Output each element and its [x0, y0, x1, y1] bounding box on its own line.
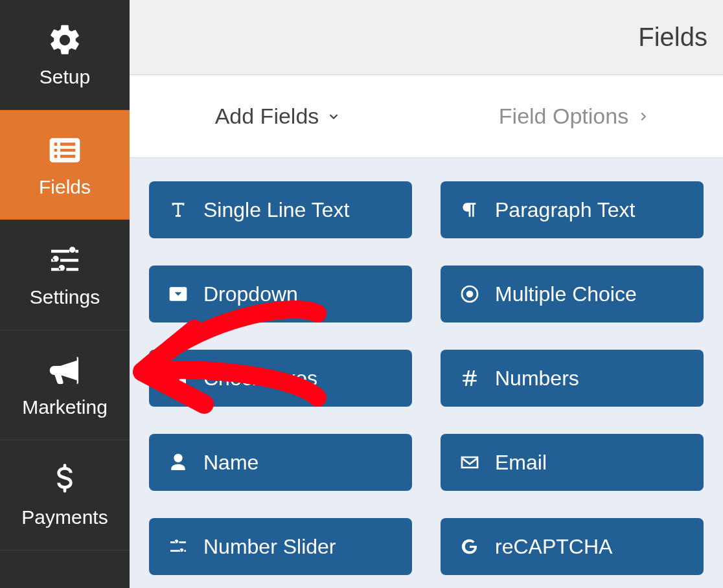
field-name[interactable]: Name: [149, 434, 412, 491]
field-button-grid: Single Line Text Paragraph Text Dropdown…: [130, 158, 723, 588]
field-label: Numbers: [495, 367, 579, 390]
field-label: Checkboxes: [203, 367, 317, 390]
g-icon: [459, 536, 481, 558]
sidebar-item-payments[interactable]: Payments: [0, 440, 130, 550]
field-numbers[interactable]: Numbers: [441, 350, 704, 407]
field-single-line-text[interactable]: Single Line Text: [149, 181, 412, 238]
sidebar-item-label: Payments: [21, 506, 108, 528]
field-email[interactable]: Email: [441, 434, 704, 491]
sidebar-item-settings[interactable]: Settings: [0, 220, 130, 330]
tab-add-fields[interactable]: Add Fields: [130, 75, 426, 157]
field-label: Number Slider: [203, 535, 336, 559]
text-icon: [167, 199, 189, 221]
gear-icon: [47, 22, 83, 58]
slider-icon: [167, 536, 189, 558]
tab-label: Add Fields: [215, 104, 319, 129]
field-list-scroll[interactable]: Single Line Text Paragraph Text Dropdown…: [130, 158, 723, 588]
panel-title-bar: Fields: [130, 0, 723, 75]
sidebar-item-marketing[interactable]: Marketing: [0, 330, 130, 440]
paragraph-icon: [459, 199, 481, 221]
field-label: Dropdown: [203, 282, 298, 306]
checkbox-icon: [167, 367, 189, 389]
user-icon: [167, 451, 189, 473]
sidebar-item-fields[interactable]: Fields: [0, 110, 130, 220]
sidebar-item-setup[interactable]: Setup: [0, 0, 130, 110]
field-checkboxes[interactable]: Checkboxes: [149, 350, 412, 407]
field-dropdown[interactable]: Dropdown: [149, 266, 412, 322]
bullhorn-icon: [47, 352, 83, 389]
sliders-icon: [47, 242, 83, 278]
field-recaptcha[interactable]: reCAPTCHA: [441, 518, 704, 575]
sidebar-item-label: Marketing: [22, 396, 108, 418]
field-paragraph-text[interactable]: Paragraph Text: [441, 181, 704, 238]
chevron-right-icon: [636, 109, 650, 124]
field-label: Single Line Text: [203, 198, 349, 222]
field-number-slider[interactable]: Number Slider: [149, 518, 412, 575]
sidebar-item-label: Settings: [30, 286, 100, 308]
hash-icon: [459, 367, 481, 389]
sidebar: Setup Fields Settings Marketing Payments: [0, 0, 130, 588]
field-label: Name: [203, 451, 258, 475]
dollar-icon: [47, 462, 83, 499]
main-panel: Fields Add Fields Field Options Single L…: [130, 0, 723, 588]
chevron-down-icon: [327, 109, 341, 124]
field-label: Paragraph Text: [495, 198, 635, 222]
dropdown-icon: [167, 283, 189, 305]
field-label: reCAPTCHA: [495, 535, 612, 559]
sidebar-item-label: Setup: [40, 66, 90, 88]
tab-label: Field Options: [499, 104, 628, 129]
sidebar-item-label: Fields: [39, 176, 91, 198]
field-label: Email: [495, 451, 547, 475]
radio-icon: [459, 283, 481, 305]
tabs: Add Fields Field Options: [130, 75, 723, 158]
panel-title: Fields: [638, 23, 707, 52]
field-multiple-choice[interactable]: Multiple Choice: [441, 266, 704, 322]
envelope-icon: [459, 451, 481, 473]
tab-field-options[interactable]: Field Options: [426, 75, 723, 157]
field-label: Multiple Choice: [495, 282, 637, 306]
list-icon: [47, 132, 83, 168]
